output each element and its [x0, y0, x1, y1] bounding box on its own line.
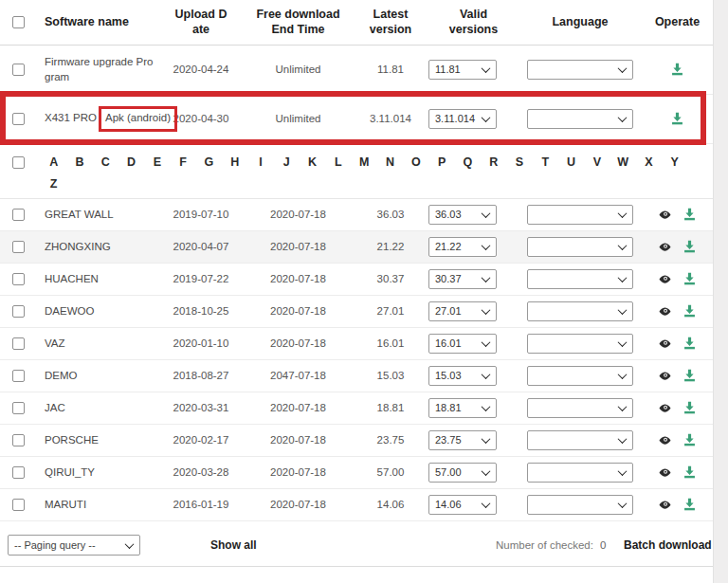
row-checkbox[interactable] — [12, 466, 25, 479]
download-icon[interactable] — [682, 337, 697, 351]
alphabet-letter-V[interactable]: V — [584, 155, 610, 169]
language-select[interactable] — [527, 463, 633, 483]
table-row: MARUTI 2016-01-19 2020-07-18 14.06 14.06 — [0, 489, 713, 521]
language-select[interactable] — [527, 205, 633, 225]
download-icon[interactable] — [670, 112, 684, 126]
valid-versions-select[interactable]: 3.11.014 — [428, 109, 497, 129]
download-icon[interactable] — [682, 465, 697, 480]
upload-date: 2020-03-28 — [158, 465, 244, 481]
eye-icon[interactable] — [658, 465, 672, 480]
row-checkbox[interactable] — [12, 434, 25, 446]
software-name: DAEWOO — [40, 304, 158, 319]
row-checkbox[interactable] — [12, 64, 25, 76]
alphabet-letter-Q[interactable]: Q — [455, 155, 481, 169]
row-checkbox[interactable] — [12, 241, 25, 253]
valid-versions-select[interactable]: 15.03 — [428, 366, 497, 386]
language-select[interactable] — [527, 366, 633, 386]
alphabet-letter-A[interactable]: A — [41, 155, 66, 169]
download-icon[interactable] — [670, 63, 684, 77]
row-checkbox[interactable] — [12, 209, 25, 221]
alphabet-letter-L[interactable]: L — [325, 155, 351, 169]
alphabet-letter-P[interactable]: P — [428, 155, 454, 169]
download-icon[interactable] — [682, 401, 697, 415]
alphabet-letter-F[interactable]: F — [170, 155, 195, 169]
download-icon[interactable] — [682, 369, 697, 383]
valid-versions-select[interactable]: 21.22 — [428, 237, 497, 257]
alphabet-letter-X[interactable]: X — [636, 155, 662, 169]
paging-query-select[interactable]: -- Paging query -- — [8, 535, 140, 556]
language-select[interactable] — [527, 237, 633, 257]
eye-icon[interactable] — [658, 498, 672, 512]
row-checkbox[interactable] — [12, 113, 25, 125]
language-select[interactable] — [527, 334, 633, 354]
latest-version: 3.11.014 — [353, 112, 428, 127]
valid-versions-select[interactable]: 11.81 — [428, 60, 497, 80]
alphabet-letter-Z[interactable]: Z — [41, 177, 66, 191]
alphabet-letter-J[interactable]: J — [274, 155, 300, 169]
chevron-down-icon — [618, 64, 628, 73]
row-checkbox[interactable] — [12, 370, 25, 382]
eye-icon[interactable] — [658, 272, 672, 286]
alphabet-letter-W[interactable]: W — [610, 155, 636, 169]
valid-versions-select[interactable]: 18.81 — [428, 398, 497, 418]
row-checkbox[interactable] — [12, 402, 25, 414]
eye-icon[interactable] — [658, 337, 672, 351]
language-select[interactable] — [527, 60, 633, 80]
valid-versions-select[interactable]: 16.01 — [428, 334, 497, 354]
free-download-end-time: 2020-07-18 — [244, 337, 353, 352]
valid-versions-select[interactable]: 23.75 — [428, 430, 497, 450]
eye-icon[interactable] — [658, 304, 672, 319]
alphabet-letter-D[interactable]: D — [118, 155, 144, 169]
alphabet-letter-C[interactable]: C — [93, 155, 118, 169]
eye-icon[interactable] — [658, 433, 672, 447]
language-select[interactable] — [527, 269, 633, 289]
alphabet-letter-T[interactable]: T — [533, 155, 558, 169]
alphabet-letter-G[interactable]: G — [196, 155, 222, 169]
row-checkbox[interactable] — [12, 499, 25, 511]
download-icon[interactable] — [682, 240, 697, 254]
software-name: JAC — [40, 401, 158, 416]
language-select[interactable] — [527, 430, 633, 450]
language-select[interactable] — [527, 109, 633, 129]
language-select[interactable] — [527, 495, 633, 515]
alphabet-letter-H[interactable]: H — [222, 155, 247, 169]
valid-versions-select[interactable]: 14.06 — [428, 495, 497, 515]
download-icon[interactable] — [682, 304, 697, 319]
eye-icon[interactable] — [658, 208, 672, 222]
download-icon[interactable] — [682, 272, 697, 286]
alphabet-letter-N[interactable]: N — [377, 155, 403, 169]
alphabet-letter-R[interactable]: R — [481, 155, 506, 169]
row-checkbox[interactable] — [12, 305, 25, 318]
show-all-button[interactable]: Show all — [210, 538, 257, 552]
valid-versions-select[interactable]: 27.01 — [428, 301, 497, 321]
alphabet-letter-M[interactable]: M — [352, 155, 377, 169]
row-checkbox[interactable] — [12, 273, 25, 285]
eye-icon[interactable] — [658, 369, 672, 383]
valid-versions-select[interactable]: 36.03 — [428, 205, 497, 225]
alphabet-letter-S[interactable]: S — [506, 155, 532, 169]
download-icon[interactable] — [682, 498, 697, 512]
upload-date: 2020-01-10 — [158, 337, 244, 352]
alphabet-letter-I[interactable]: I — [247, 155, 273, 169]
batch-download-button[interactable]: Batch download — [624, 538, 712, 552]
alphabet-letter-U[interactable]: U — [558, 155, 584, 169]
valid-versions-select[interactable]: 30.37 — [428, 269, 497, 289]
eye-icon[interactable] — [658, 240, 672, 254]
table-row: DAEWOO 2018-10-25 2020-07-18 27.01 27.01 — [0, 296, 713, 328]
alphabet-letter-E[interactable]: E — [144, 155, 170, 169]
language-select[interactable] — [527, 301, 633, 321]
select-all-checkbox[interactable] — [12, 16, 25, 28]
alphabet-letter-K[interactable]: K — [300, 155, 325, 169]
alphabet-letter-Y[interactable]: Y — [662, 155, 687, 169]
alphabet-letter-B[interactable]: B — [66, 155, 92, 169]
alphabet-row-checkbox[interactable] — [12, 156, 25, 169]
download-icon[interactable] — [682, 433, 697, 447]
download-icon[interactable] — [682, 208, 697, 222]
row-checkbox[interactable] — [12, 337, 25, 350]
alphabet-letter-O[interactable]: O — [403, 155, 428, 169]
chevron-down-icon — [618, 434, 628, 444]
software-name: DEMO — [40, 369, 158, 384]
language-select[interactable] — [527, 398, 633, 418]
valid-versions-select[interactable]: 57.00 — [428, 463, 497, 483]
eye-icon[interactable] — [658, 401, 672, 415]
